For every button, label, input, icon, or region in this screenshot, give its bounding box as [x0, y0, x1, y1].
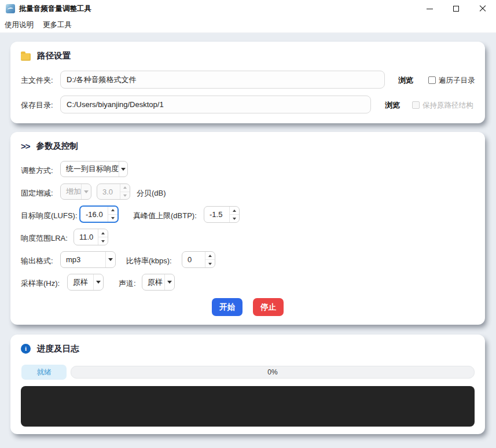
window-controls — [416, 0, 496, 17]
spinner-arrows-icon[interactable] — [98, 229, 108, 245]
status-badge: 就绪 — [21, 365, 67, 380]
chevron-down-icon — [81, 184, 91, 199]
fixed-gain-label: 固定增减: — [21, 185, 53, 202]
loudness-range-value[interactable] — [74, 229, 98, 245]
channels-select[interactable]: 原样 — [142, 274, 175, 291]
log-output[interactable] — [21, 386, 475, 427]
params-card: >> 参数及控制 调整方式: 统一到目标响度 固定增减: 增加 分贝(dB) 目… — [10, 132, 485, 325]
stop-button[interactable]: 停止 — [253, 298, 284, 316]
keep-structure-checkbox — [412, 101, 420, 109]
spinner-arrows-icon[interactable] — [108, 207, 117, 222]
loudness-range-label: 响度范围LRA: — [21, 230, 68, 247]
target-loudness-spinner[interactable] — [79, 205, 119, 223]
save-dir-input[interactable] — [60, 96, 371, 113]
keep-structure-label: 保持原路径结构 — [422, 97, 473, 114]
chevron-down-icon — [164, 274, 174, 290]
app-icon — [6, 4, 15, 13]
title-bar: 批量音频音量调整工具 — [0, 0, 496, 17]
path-settings-header: 路径设置 — [21, 50, 71, 61]
path-settings-card: 路径设置 主文件夹: 浏览 遍历子目录 保存目录: 浏览 保持原路径结构 — [10, 42, 485, 123]
spinner-arrows-icon — [120, 184, 130, 199]
traverse-subdirs-label[interactable]: 遍历子目录 — [439, 72, 475, 89]
main-folder-browse-button[interactable]: 浏览 — [398, 72, 413, 89]
adjust-mode-label: 调整方式: — [21, 162, 53, 179]
save-dir-browse-button[interactable]: 浏览 — [385, 97, 400, 114]
chevron-down-icon — [93, 274, 103, 290]
close-button[interactable] — [469, 0, 496, 17]
adjust-mode-select[interactable]: 统一到目标响度 — [60, 161, 128, 177]
params-header: >> 参数及控制 — [21, 141, 78, 152]
chevron-right-icon: >> — [21, 141, 30, 151]
spinner-arrows-icon[interactable] — [205, 252, 215, 267]
target-loudness-label: 目标响度(LUFS): — [21, 207, 78, 225]
maximize-button[interactable] — [443, 0, 469, 17]
info-icon: i — [21, 344, 31, 354]
adjust-mode-value: 统一到目标响度 — [61, 164, 119, 174]
main-folder-input[interactable] — [60, 71, 385, 89]
output-format-value: mp3 — [61, 255, 80, 264]
output-format-select[interactable]: mp3 — [60, 251, 116, 268]
channels-label: 声道: — [119, 275, 136, 292]
bitrate-label: 比特率(kbps): — [126, 252, 172, 270]
true-peak-label: 真峰值上限(dBTP): — [133, 207, 197, 225]
fixed-gain-mode-select: 增加 — [60, 183, 91, 200]
progress-title: 进度及日志 — [37, 343, 79, 354]
bitrate-spinner[interactable] — [182, 251, 215, 268]
output-format-label: 输出格式: — [21, 252, 53, 270]
loudness-range-spinner[interactable] — [74, 229, 108, 245]
minimize-button[interactable] — [416, 0, 443, 17]
spinner-arrows-icon[interactable] — [229, 207, 239, 222]
true-peak-value[interactable] — [204, 207, 229, 222]
true-peak-spinner[interactable] — [204, 206, 240, 223]
fixed-gain-amount-value — [97, 184, 120, 199]
maximize-icon — [453, 6, 459, 12]
progress-card: i 进度及日志 就绪 0% — [10, 335, 485, 434]
path-settings-title: 路径设置 — [37, 50, 71, 61]
save-dir-label: 保存目录: — [21, 97, 53, 114]
window-title: 批量音频音量调整工具 — [19, 4, 91, 14]
params-title: 参数及控制 — [36, 141, 79, 152]
fixed-gain-mode-value: 增加 — [61, 186, 81, 197]
progress-bar: 0% — [71, 366, 475, 379]
sample-rate-select[interactable]: 原样 — [67, 274, 104, 291]
traverse-subdirs-checkbox[interactable] — [428, 76, 436, 84]
chevron-down-icon — [105, 252, 115, 267]
sample-rate-label: 采样率(Hz): — [21, 275, 60, 292]
menu-item-help[interactable]: 使用说明 — [0, 20, 38, 30]
start-button[interactable]: 开始 — [212, 298, 243, 316]
app-window: { "window": { "title": "批量音频音量调整工具" }, "… — [0, 0, 496, 448]
target-loudness-value[interactable] — [80, 207, 108, 222]
close-icon — [479, 5, 486, 12]
minimize-icon — [427, 9, 433, 9]
menu-bar: 使用说明 更多工具 — [0, 17, 496, 33]
chevron-down-icon — [119, 161, 127, 177]
main-folder-label: 主文件夹: — [21, 72, 53, 89]
menu-item-more-tools[interactable]: 更多工具 — [38, 20, 76, 30]
bitrate-value[interactable] — [182, 252, 205, 267]
sample-rate-value: 原样 — [68, 277, 88, 288]
fixed-gain-unit-label: 分贝(dB) — [137, 185, 166, 202]
channels-value: 原样 — [142, 277, 163, 288]
progress-header: i 进度及日志 — [21, 343, 79, 354]
folder-icon — [21, 53, 31, 61]
fixed-gain-amount-spinner — [97, 183, 130, 200]
